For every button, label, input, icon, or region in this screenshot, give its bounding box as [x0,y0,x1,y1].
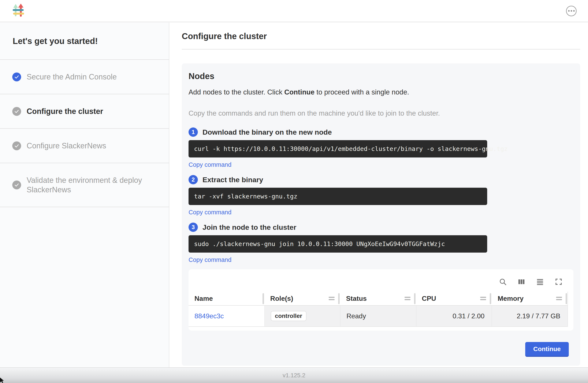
main-content: Configure the cluster Nodes Add nodes to… [170,23,588,367]
ellipsis-dot [571,10,572,12]
step-3-number-badge: 3 [189,223,198,232]
column-header-memory[interactable]: Memory [492,292,567,305]
column-menu-icon[interactable] [404,297,410,300]
table-toolbar [189,277,573,287]
check-icon [12,181,21,189]
join-hint-text: Copy the commands and run them on the ma… [189,109,573,117]
check-icon [12,141,21,150]
nodes-card: Nodes Add nodes to the cluster. Click Co… [182,64,580,366]
column-label: CPU [422,295,436,302]
column-header-cpu[interactable]: CPU [416,292,492,305]
sidebar-item-secure-admin-console[interactable]: Secure the Admin Console [0,60,169,94]
step-2-title: Extract the binary [203,176,263,184]
ellipsis-dot [568,10,570,12]
step-3-header: 3 Join the node to the cluster [189,223,573,232]
column-header-roles[interactable]: Role(s) [264,292,340,305]
sidebar-title: Let's get you started! [0,23,169,60]
mouse-cursor [0,378,5,383]
column-label: Name [194,295,213,302]
node-name-link[interactable]: 8849ec3c [194,312,224,320]
sidebar-item-label: Validate the environment & deploy Slacke… [27,175,157,194]
cell-node-memory: 2.19 / 7.77 GB [492,306,567,326]
top-header-bar [0,0,588,22]
nodes-description: Add nodes to the cluster. Click Continue… [189,88,573,96]
sidebar-item-validate-deploy[interactable]: Validate the environment & deploy Slacke… [0,163,169,207]
cell-node-cpu: 0.31 / 2.00 [416,306,492,326]
step-1-title: Download the binary on the new node [203,128,332,136]
column-label: Status [346,295,367,302]
step-3-copy-command-link[interactable]: Copy command [189,256,231,263]
table-row: 8849ec3c controller Ready 0.31 / 2.00 2.… [189,306,567,327]
view-columns-icon[interactable] [517,277,526,286]
ellipsis-menu-button[interactable] [566,6,577,16]
check-icon [12,72,21,81]
version-label: v1.125.2 [283,372,305,379]
page-title: Configure the cluster [182,31,580,41]
density-icon[interactable] [536,277,544,286]
step-1-command-block: curl -k https://10.0.0.11:30000/api/v1/e… [189,140,487,157]
check-icon [12,107,21,116]
cell-node-roles: controller [264,306,340,326]
sidebar-item-configure-cluster[interactable]: Configure the cluster [0,94,169,129]
table-header-row: Name Role(s) Status CPU [189,292,567,306]
column-header-name[interactable]: Name [189,292,264,305]
footer-bar: v1.125.2 [0,367,588,383]
sidebar-item-configure-slackernews[interactable]: Configure SlackerNews [0,129,169,163]
step-1-number-badge: 1 [189,128,198,137]
description-bold: Continue [284,88,315,96]
fullscreen-icon[interactable] [554,277,563,286]
column-label: Memory [498,295,524,302]
slackernews-logo-icon [11,4,26,18]
role-chip: controller [271,311,306,321]
sidebar-item-label: Secure the Admin Console [27,72,117,82]
column-menu-icon[interactable] [480,297,486,300]
setup-steps-sidebar: Let's get you started! Secure the Admin … [0,23,169,367]
nodes-heading: Nodes [189,71,573,81]
sidebar-item-label: Configure SlackerNews [27,141,106,150]
column-label: Role(s) [270,295,293,302]
title-divider [182,49,580,49]
column-header-status[interactable]: Status [340,292,416,305]
nodes-table-card: Name Role(s) Status CPU [189,269,573,331]
description-prefix: Add nodes to the cluster. Click [189,88,284,96]
step-1-header: 1 Download the binary on the new node [189,128,573,137]
description-suffix: to proceed with a single node. [315,88,409,96]
continue-button[interactable]: Continue [525,342,569,357]
step-2-number-badge: 2 [189,175,198,184]
cell-node-status: Ready [340,306,416,326]
admin-console-app: Let's get you started! Secure the Admin … [0,0,588,383]
step-2-copy-command-link[interactable]: Copy command [189,209,231,216]
step-3-title: Join the node to the cluster [203,223,296,232]
sidebar-item-label: Configure the cluster [27,106,103,116]
step-1-copy-command-link[interactable]: Copy command [189,161,231,168]
step-2-command-block: tar -xvf slackernews-gnu.tgz [189,188,487,205]
step-3-command-block: sudo ./slackernews-gnu join 10.0.0.11:30… [189,235,487,253]
nodes-table: Name Role(s) Status CPU [189,292,568,327]
search-icon[interactable] [499,277,507,286]
ellipsis-dot [573,10,575,12]
column-menu-icon[interactable] [329,297,335,300]
column-menu-icon[interactable] [556,297,562,300]
cell-node-name: 8849ec3c [189,306,264,326]
step-2-header: 2 Extract the binary [189,175,573,184]
